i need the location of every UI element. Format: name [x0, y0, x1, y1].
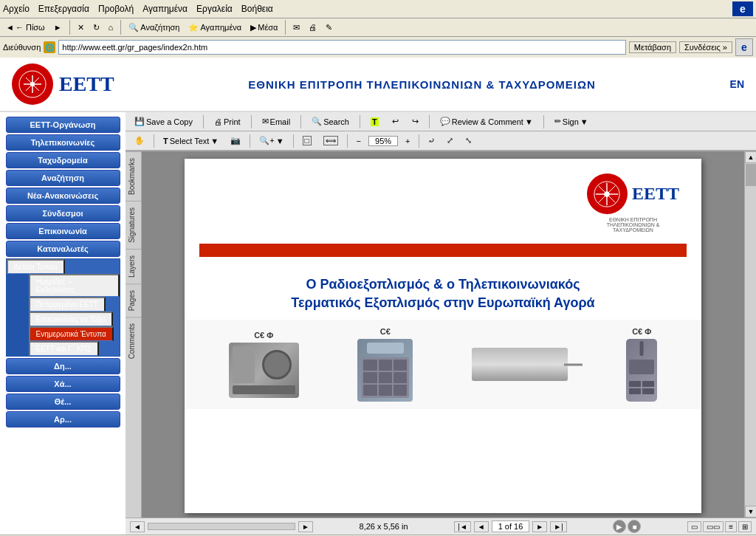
search-button[interactable]: 🔍 Αναζήτηση	[126, 21, 182, 34]
sidebar-item-xa[interactable]: Χά...	[6, 376, 120, 392]
submenu-item-bulletins[interactable]: Ενημερωτικά Έντυπα	[29, 326, 114, 341]
favorites-button[interactable]: ⭐ Αγαπημένα	[185, 21, 244, 34]
pdf-snapshot-button[interactable]: 📷	[226, 134, 245, 148]
submenu-item-kps[interactable]: ΕΕΤΤ και Γ΄ ΚΠΣ	[29, 341, 100, 356]
submenu-item-achievements[interactable]: Πεπραγμένα ΕΕΤΤ	[29, 297, 106, 312]
pdf-scrollbar-vertical[interactable]: ▲ ▼	[744, 151, 756, 518]
pdf-fullscreen-button[interactable]: ⤢	[442, 134, 458, 148]
menu-help[interactable]: Βοήθεια	[241, 4, 273, 14]
page-display: 1 of 16	[492, 520, 530, 532]
menu-favorites[interactable]: Αγαπημένα	[142, 4, 188, 14]
submenu-item-events[interactable]: Ημερίδες – Εκδηλώσεις	[29, 274, 120, 297]
pdf-zoom-in-button[interactable]: 🔍+ ▼	[255, 134, 288, 148]
extra-toolbar-buttons: ✉ 🖨 ✎	[290, 21, 335, 34]
sidebar-item-links[interactable]: Σύνδεσμοι	[6, 205, 120, 221]
connect-button[interactable]: Συνδέσεις »	[679, 41, 732, 53]
scroll-h-controls: ◄ ►	[130, 521, 313, 532]
go-button[interactable]: Μετάβαση	[629, 41, 676, 53]
pdf-panel-bookmarks[interactable]: Bookmarks	[126, 151, 141, 201]
pdf-print-button[interactable]: 🖨 Print	[210, 115, 245, 128]
pdf-fit-page-button[interactable]: □	[298, 134, 316, 148]
refresh-button[interactable]: ↻	[90, 21, 103, 34]
media-button[interactable]: ▶ Μέσα	[247, 21, 281, 34]
pdf-hand-button[interactable]: ✋	[130, 134, 149, 148]
two-continuous-btn[interactable]: ⊞	[738, 521, 752, 532]
zoom-in-dropdown-icon: ▼	[276, 137, 284, 145]
menu-view[interactable]: Προβολή	[98, 4, 134, 14]
stop-ctrl-button[interactable]: ■	[628, 520, 641, 533]
pdf-highlight-button[interactable]: T	[366, 115, 383, 128]
submenu-item-pressrel[interactable]: Δελτία Τύπου	[7, 259, 65, 274]
select-dropdown-icon: ▼	[210, 137, 219, 145]
pdf-redo-button[interactable]: ↪	[408, 114, 423, 128]
scroll-left-button[interactable]: ◄	[130, 521, 145, 532]
pdf-view-btn2[interactable]: ⤡	[461, 134, 476, 148]
scroll-up-arrow[interactable]: ▲	[745, 151, 756, 163]
fit-page-icon: □	[303, 136, 312, 145]
pdf-undo-button[interactable]: ↩	[388, 114, 403, 128]
sidebar-item-dh[interactable]: Δη...	[6, 358, 120, 374]
two-page-btn[interactable]: ▭▭	[703, 521, 724, 532]
print-tb-button[interactable]: 🖨	[306, 21, 320, 34]
last-page-button[interactable]: ►|	[550, 521, 567, 532]
scroll-track	[745, 163, 756, 506]
pdf-viewer: 💾 Save a Copy 🖨 Print ✉ Email 🔍 Search	[126, 112, 756, 535]
play-button[interactable]: ▶	[613, 520, 626, 533]
pdf-save-copy-button[interactable]: 💾 Save a Copy	[130, 114, 197, 128]
pdf-email-button[interactable]: ✉ Email	[258, 114, 295, 128]
scroll-thumb[interactable]	[746, 164, 756, 186]
pdf-zoom-in2-button[interactable]: +	[401, 134, 414, 148]
pdf-toolbar-2: ✋ T Select Text ▼ 📷 🔍+ ▼ □	[126, 131, 756, 151]
pdf-panel-pages[interactable]: Pages	[126, 284, 141, 317]
pdf-sep-1	[203, 115, 204, 128]
horizontal-scrollbar[interactable]	[148, 523, 295, 530]
menu-tools[interactable]: Εργαλεία	[196, 4, 233, 14]
edit-button[interactable]: ✎	[323, 21, 335, 34]
first-page-button[interactable]: |◄	[454, 521, 471, 532]
sidebar-item-search[interactable]: Αναζήτηση	[6, 170, 120, 186]
submenu-item-comms[interactable]: Επικοινωνίες εν Τάξει	[29, 312, 114, 326]
prev-page-button[interactable]: ◄	[474, 521, 489, 532]
pdf-search-button[interactable]: 🔍 Search	[307, 114, 354, 128]
menu-file[interactable]: Αρχείο	[3, 4, 30, 14]
sidebar-item-ar[interactable]: Αρ...	[6, 411, 120, 427]
sidebar-item-telecom[interactable]: Τηλεπικοινωνίες	[6, 134, 120, 151]
home-button[interactable]: ⌂	[106, 21, 117, 33]
lang-switch[interactable]: EN	[730, 78, 744, 90]
sidebar-item-consumers[interactable]: Καταναλωτές	[6, 241, 120, 257]
pdf-panel-signatures[interactable]: Signatures	[126, 201, 141, 249]
pdf-fit-width-button[interactable]: ⟺	[319, 134, 343, 148]
forward-button[interactable]: ►	[51, 21, 65, 33]
pdf-main-title: Ο Ραδιοεξοπλισμός & ο Τηλεπικοινωνιακός …	[185, 261, 701, 320]
sidebar-item-postal[interactable]: Ταχυδρομεία	[6, 152, 120, 168]
zoom-level-input[interactable]	[368, 136, 398, 146]
pdf-zoom-out2-button[interactable]: −	[352, 134, 365, 148]
mail-button[interactable]: ✉	[290, 21, 303, 34]
stop-button[interactable]: ✕	[75, 21, 87, 34]
sidebar-item-contact[interactable]: Επικοινωνία	[6, 223, 120, 239]
sidebar-item-news[interactable]: Νέα-Ανακοινώσεις	[6, 188, 120, 204]
sidebar-item-the[interactable]: Θέ...	[6, 394, 120, 410]
sidebar-item-organization[interactable]: ΕΕΤΤ-Οργάνωση	[6, 117, 120, 133]
pdf-review-comment-button[interactable]: 💬 Review & Comment ▼	[436, 114, 537, 128]
single-page-btn[interactable]: ▭	[687, 521, 701, 532]
pdf-sign-button[interactable]: ✏ Sign ▼	[550, 114, 593, 128]
back-button[interactable]: ◄ ← Πίσω	[3, 21, 48, 33]
next-page-button[interactable]: ►	[532, 521, 547, 532]
menu-edit[interactable]: Επεξεργασία	[38, 4, 89, 14]
pdf-main: Bookmarks Signatures Layers Pages Commen…	[126, 151, 756, 518]
continuous-btn[interactable]: ≡	[725, 521, 737, 532]
pdf-select-text-button[interactable]: T Select Text ▼	[159, 134, 223, 148]
address-input[interactable]	[58, 40, 626, 55]
view2-icon: ⤡	[465, 136, 472, 145]
sign-icon: ✏	[554, 117, 561, 126]
pdf-panel-comments[interactable]: Comments	[126, 317, 141, 365]
pdf-rotate-button[interactable]: ⤾	[424, 134, 439, 148]
svg-point-5	[30, 82, 35, 86]
sidebar-submenu: Δελτία Τύπου Ημερίδες – Εκδηλώσεις Πεπρα…	[6, 258, 120, 357]
ie-logo: e	[732, 1, 753, 16]
scroll-right-button[interactable]: ►	[298, 521, 313, 532]
site-header: EETT ΕΘΝΙΚΗ ΕΠΙΤΡΟΠΗ ΤΗΛΕΠΙΚΟΙΝΩΝΙΩΝ & Τ…	[0, 58, 756, 112]
scroll-down-arrow[interactable]: ▼	[745, 506, 756, 518]
pdf-panel-layers[interactable]: Layers	[126, 249, 141, 284]
